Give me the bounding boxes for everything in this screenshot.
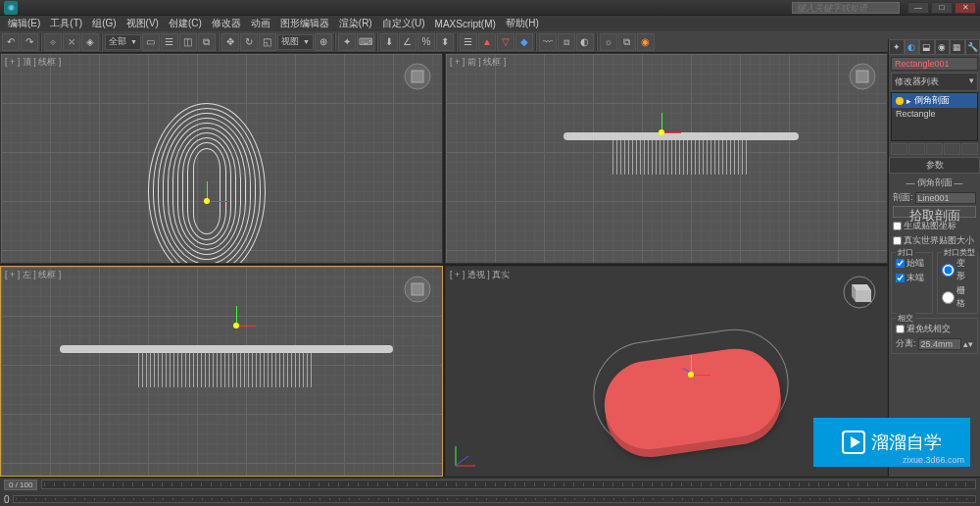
transform-gizmo[interactable] — [217, 306, 256, 345]
cap-end-checkbox[interactable] — [896, 274, 905, 282]
make-unique-button[interactable] — [926, 143, 943, 155]
avoid-line-checkbox[interactable] — [896, 325, 905, 333]
svg-rect-1 — [412, 71, 423, 82]
mirror-button[interactable]: ▲ — [478, 33, 496, 51]
menu-tools[interactable]: 工具(T) — [46, 16, 86, 31]
named-sel-button[interactable]: ☰ — [460, 33, 477, 51]
motion-tab[interactable]: ◉ — [935, 39, 951, 55]
undo-button[interactable]: ↶ — [2, 33, 20, 51]
render-frame-button[interactable]: ⧉ — [618, 33, 636, 51]
select-region-button[interactable]: ◫ — [179, 33, 197, 51]
gen-coords-checkbox[interactable] — [893, 222, 902, 230]
menu-group[interactable]: 组(G) — [88, 16, 120, 31]
viewport-top[interactable]: [ + ] 顶 ] 线框 ] — [0, 53, 443, 264]
ref-coord-dropdown[interactable]: 视图▼ — [277, 34, 314, 50]
redo-button[interactable]: ↷ — [21, 33, 38, 51]
trackbar[interactable] — [13, 495, 976, 503]
cap-group-label: 封口 — [896, 247, 915, 258]
show-end-button[interactable] — [908, 143, 925, 155]
viewport-label[interactable]: [ + ] 前 ] 线框 ] — [450, 56, 506, 69]
menu-maxscript[interactable]: MAXScript(M) — [431, 18, 500, 30]
link-button[interactable]: ⟐ — [44, 33, 62, 51]
menu-customize[interactable]: 自定义(U) — [378, 16, 429, 31]
transform-gizmo[interactable] — [642, 113, 681, 152]
schematic-button[interactable]: ⧈ — [558, 33, 575, 51]
configure-button[interactable] — [961, 143, 978, 155]
viewport-label[interactable]: [ + ] 左 ] 线框 ] — [5, 269, 61, 281]
svg-line-12 — [456, 456, 468, 466]
render-setup-button[interactable]: ☼ — [600, 33, 617, 51]
display-tab[interactable]: ▦ — [950, 39, 965, 55]
menu-render[interactable]: 渲染(R) — [335, 16, 376, 31]
search-box[interactable] — [792, 2, 900, 14]
stack-item-base[interactable]: Rectangle — [892, 108, 977, 120]
menu-modifiers[interactable]: 修改器 — [208, 16, 245, 31]
utilities-tab[interactable]: 🔧 — [965, 39, 981, 55]
layer-button[interactable]: ◆ — [515, 33, 533, 51]
modifier-stack[interactable]: ▸ 倒角剖面 Rectangle — [891, 92, 978, 141]
window-crossing-button[interactable]: ⧉ — [198, 33, 216, 51]
pick-profile-button[interactable]: 拾取剖面 — [893, 206, 976, 218]
bulb-icon[interactable] — [896, 97, 904, 105]
percent-snap-button[interactable]: % — [417, 33, 435, 51]
scale-button[interactable]: ◱ — [259, 33, 276, 51]
viewport-label[interactable]: [ + ] 顶 ] 线框 ] — [5, 56, 61, 69]
modify-tab[interactable]: ◐ — [905, 39, 920, 55]
maximize-button[interactable]: □ — [931, 2, 953, 14]
hierarchy-tab[interactable]: ⬓ — [919, 39, 935, 55]
selection-filter[interactable]: 全部▼ — [105, 34, 141, 50]
align-button[interactable]: ▽ — [497, 33, 514, 51]
minimize-button[interactable]: — — [907, 2, 929, 14]
menu-graph[interactable]: 图形编辑器 — [276, 16, 333, 31]
unlink-button[interactable]: ⤫ — [63, 33, 80, 51]
select-name-button[interactable]: ☰ — [161, 33, 178, 51]
angle-snap-button[interactable]: ∠ — [399, 33, 416, 51]
main-toolbar: ↶ ↷ ⟐ ⤫ ◈ 全部▼ ▭ ☰ ◫ ⧉ ✥ ↻ ◱ 视图▼ ⊕ ✦ ⌨ ⬇ … — [0, 31, 980, 53]
viewport-label[interactable]: [ + ] 透视 ] 真实 — [450, 269, 510, 281]
viewcube-icon[interactable] — [848, 62, 877, 91]
viewcube-icon[interactable] — [403, 62, 432, 91]
transform-gizmo[interactable] — [187, 181, 226, 221]
rotate-button[interactable]: ↻ — [240, 33, 258, 51]
pivot-button[interactable]: ⊕ — [315, 33, 332, 51]
cap-grid-radio[interactable] — [942, 291, 955, 304]
bottom-bar: 0 / 100 0 — [0, 477, 980, 506]
left-geometry — [60, 345, 393, 394]
menu-edit[interactable]: 编辑(E) — [4, 16, 44, 31]
material-button[interactable]: ◐ — [576, 33, 594, 51]
menu-animation[interactable]: 动画 — [247, 16, 274, 31]
menu-help[interactable]: 帮助(H) — [502, 16, 543, 31]
stack-item-bevel[interactable]: ▸ 倒角剖面 — [892, 93, 977, 108]
manipulate-button[interactable]: ✦ — [338, 33, 356, 51]
create-tab[interactable]: ✦ — [889, 39, 905, 55]
menu-create[interactable]: 创建(C) — [165, 16, 206, 31]
spinner-snap-button[interactable]: ⬍ — [436, 33, 454, 51]
snap-button[interactable]: ⬇ — [380, 33, 398, 51]
object-name-field[interactable]: Rectangle001 — [891, 57, 978, 71]
separation-spinner[interactable]: 25.4mm — [918, 338, 961, 350]
frame-indicator[interactable]: 0 / 100 — [4, 480, 37, 490]
viewport-front[interactable]: [ + ] 前 ] 线框 ] — [445, 53, 888, 264]
keyboard-button[interactable]: ⌨ — [357, 33, 374, 51]
remove-mod-button[interactable] — [944, 143, 960, 155]
params-rollout-header[interactable]: 参数 — [889, 157, 980, 174]
close-button[interactable]: ✕ — [955, 2, 976, 14]
real-world-checkbox[interactable] — [893, 236, 902, 245]
transform-gizmo[interactable] — [671, 355, 710, 394]
curve-editor-button[interactable]: 〰 — [539, 33, 557, 51]
cap-morph-radio[interactable] — [942, 264, 955, 277]
menu-view[interactable]: 视图(V) — [122, 16, 163, 31]
viewcube-icon[interactable] — [403, 275, 432, 304]
select-button[interactable]: ▭ — [142, 33, 160, 51]
viewcube-icon[interactable] — [842, 275, 877, 310]
move-button[interactable]: ✥ — [221, 33, 239, 51]
cap-start-checkbox[interactable] — [896, 259, 905, 268]
render-button[interactable]: ◉ — [637, 33, 655, 51]
spinner-arrows-icon[interactable]: ▴▾ — [963, 339, 973, 349]
pin-stack-button[interactable] — [891, 143, 907, 155]
viewport-left[interactable]: [ + ] 左 ] 线框 ] — [0, 266, 443, 477]
modifier-list-dropdown[interactable]: 修改器列表▾ — [891, 73, 978, 91]
time-slider[interactable] — [41, 480, 976, 489]
bind-button[interactable]: ◈ — [81, 33, 99, 51]
axis-tripod-icon — [451, 441, 480, 471]
